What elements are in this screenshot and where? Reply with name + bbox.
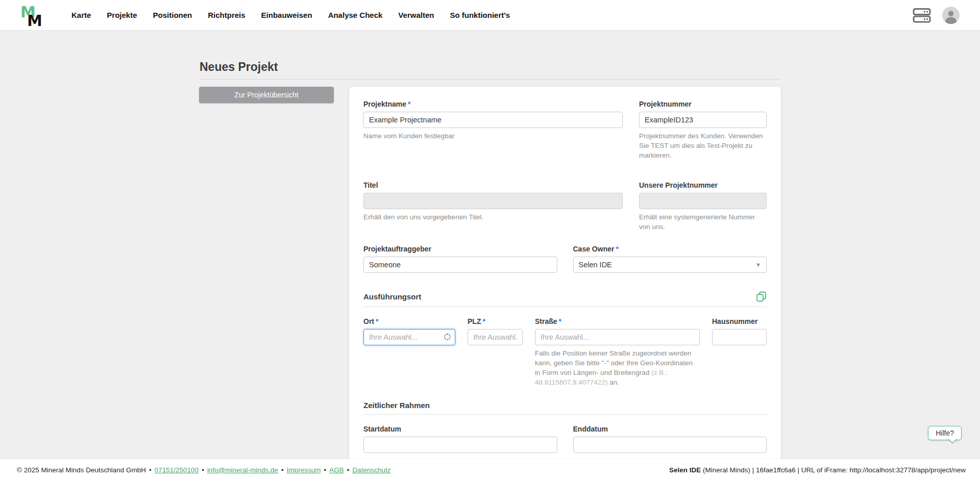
ort-input[interactable]	[363, 329, 455, 345]
required-marker: *	[559, 317, 561, 325]
page-title: Neues Projekt	[200, 60, 781, 74]
nav-item-so-funktionierts[interactable]: So funktioniert's	[450, 11, 510, 19]
brand-logo-icon[interactable]: M M	[20, 3, 50, 28]
new-project-form-card: Projektname* Name vom Kunden festlegbar …	[349, 87, 781, 464]
projektname-input[interactable]	[363, 112, 623, 128]
copyright-text: © 2025 Mineral Minds Deutschland GmbH	[17, 466, 146, 474]
title-divider	[199, 79, 781, 80]
footer-link-phone[interactable]: 07151/250100	[155, 466, 199, 474]
plz-input[interactable]	[468, 329, 523, 345]
field-startdatum: Startdatum	[363, 425, 557, 453]
field-projektauftraggeber: Projektauftraggeber	[363, 245, 557, 273]
separator: •	[347, 466, 350, 474]
strasse-help: Falls die Position keiner Straße zugeord…	[535, 349, 700, 388]
hausnummer-label: Hausnummer	[712, 317, 767, 325]
help-button[interactable]: Hilfe?	[928, 426, 962, 440]
projektauftraggeber-label: Projektauftraggeber	[363, 245, 557, 253]
projektauftraggeber-input[interactable]	[363, 257, 557, 273]
section-divider	[363, 307, 767, 307]
ort-label: Ort	[363, 317, 374, 325]
chevron-down-icon: ▼	[755, 262, 761, 268]
section-divider	[363, 414, 767, 415]
session-user: Selen IDE	[669, 466, 701, 474]
copy-icon[interactable]	[756, 291, 767, 302]
field-enddatum: Enddatum	[573, 425, 767, 453]
startdatum-label: Startdatum	[363, 425, 557, 433]
svg-text:M: M	[27, 12, 42, 28]
enddatum-label: Enddatum	[573, 425, 767, 433]
footer-link-agb[interactable]: AGB	[329, 466, 344, 474]
unsere-projektnummer-label: Unsere Projektnummer	[639, 181, 767, 189]
required-marker: *	[376, 317, 378, 325]
main-menu: Karte Projekte Positionen Richtpreis Ein…	[71, 11, 510, 19]
nav-item-projekte[interactable]: Projekte	[107, 11, 137, 19]
plz-label: PLZ	[468, 317, 481, 325]
projektnummer-label: Projektnummer	[639, 100, 767, 108]
session-info: (Mineral Minds) | 16fae1ffc6a6 | URL of …	[701, 466, 966, 474]
field-plz: PLZ*	[468, 317, 523, 388]
titel-input	[363, 193, 623, 209]
projektname-help: Name vom Kunden festlegbar	[363, 132, 623, 141]
nav-item-analyse-check[interactable]: Analyse Check	[328, 11, 383, 19]
case-owner-select[interactable]: Selen IDE ▼	[573, 257, 767, 273]
field-unsere-projektnummer: Unsere Projektnummer Erhält eine systemg…	[639, 181, 767, 232]
nav-item-karte[interactable]: Karte	[71, 11, 91, 19]
field-case-owner: Case Owner* Selen IDE ▼	[573, 245, 767, 273]
nav-item-verwalten[interactable]: Verwalten	[398, 11, 434, 19]
server-icon[interactable]	[913, 7, 931, 24]
field-hausnummer: Hausnummer	[712, 317, 767, 388]
field-projektname: Projektname* Name vom Kunden festlegbar	[363, 100, 623, 161]
footer-link-impressum[interactable]: Impressum	[287, 466, 321, 474]
footer-link-email[interactable]: info@mineral-minds.de	[207, 466, 278, 474]
required-marker: *	[482, 317, 485, 325]
enddatum-input[interactable]	[573, 437, 767, 453]
required-marker: *	[616, 245, 618, 253]
separator: •	[324, 466, 326, 474]
strasse-help-main: Falls die Position keiner Straße zugeord…	[535, 349, 693, 376]
main-content: Neues Projekt Zur Projektübersicht Proje…	[0, 31, 980, 481]
user-avatar[interactable]	[942, 7, 960, 24]
footer: © 2025 Mineral Minds Deutschland GmbH•07…	[0, 459, 980, 481]
unsere-projektnummer-input	[639, 193, 767, 209]
nav-item-einbauweisen[interactable]: Einbauweisen	[261, 11, 312, 19]
field-projektnummer: Projektnummer Projektnummer des Kunden. …	[639, 100, 767, 161]
separator: •	[149, 466, 152, 474]
hausnummer-input[interactable]	[712, 329, 767, 345]
project-overview-button[interactable]: Zur Projektübersicht	[199, 87, 334, 103]
field-ort: Ort*	[363, 317, 455, 388]
separator: •	[202, 466, 204, 474]
top-navigation-bar: M M Karte Projekte Positionen Richtpreis…	[0, 0, 980, 31]
case-owner-value: Selen IDE	[579, 261, 612, 269]
footer-link-datenschutz[interactable]: Datenschutz	[352, 466, 390, 474]
strasse-help-suffix: an.	[607, 378, 619, 386]
required-marker: *	[408, 100, 410, 108]
projektname-label: Projektname	[363, 100, 406, 108]
startdatum-input[interactable]	[363, 437, 557, 453]
field-titel: Titel Erhält den von uns vorgegebenen Ti…	[363, 181, 623, 232]
projektnummer-input[interactable]	[639, 112, 767, 128]
nav-item-positionen[interactable]: Positionen	[153, 11, 192, 19]
nav-item-richtpreis[interactable]: Richtpreis	[208, 11, 245, 19]
unsere-projektnummer-help: Erhält eine systemgenerierte Nummer von …	[639, 213, 767, 232]
strasse-input[interactable]	[535, 329, 700, 345]
strasse-label: Straße	[535, 317, 557, 325]
zeitlicher-rahmen-heading: Zeitlicher Rahmen	[363, 401, 430, 410]
field-strasse: Straße* Falls die Position keiner Straße…	[535, 317, 700, 388]
separator: •	[281, 466, 284, 474]
case-owner-label: Case Owner	[573, 245, 615, 253]
titel-help: Erhält den von uns vorgegebenen Titel.	[363, 213, 623, 222]
projektnummer-help: Projektnummer des Kunden. Verwenden Sie …	[639, 132, 767, 161]
titel-label: Titel	[363, 181, 623, 189]
ausfuehrungsort-heading: Ausführungsort	[363, 292, 421, 301]
